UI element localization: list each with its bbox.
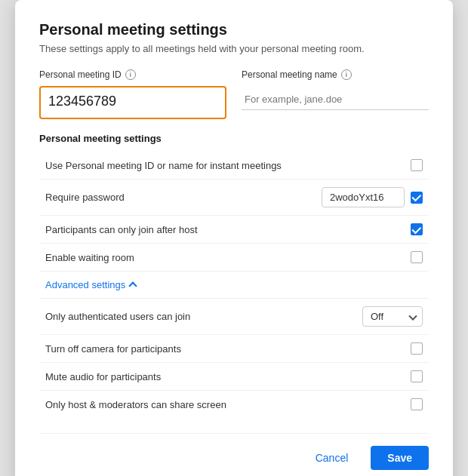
authenticated-users-select[interactable]: Off On (362, 306, 423, 327)
setting-require-password-label: Require password (45, 192, 125, 203)
turn-off-camera-checkbox[interactable] (411, 342, 423, 355)
dialog-title: Personal meeting settings (39, 21, 429, 38)
setting-use-personal-id-label: Use Personal meeting ID or name for inst… (45, 160, 282, 171)
dialog-footer: Cancel Save (39, 433, 429, 470)
setting-share-screen-label: Only host & moderators can share screen (45, 399, 226, 410)
setting-turn-off-camera-label: Turn off camera for participants (45, 343, 181, 355)
waiting-room-checkbox[interactable] (411, 251, 423, 263)
dialog-subtitle: These settings apply to all meetings hel… (39, 43, 429, 54)
share-screen-checkbox[interactable] (411, 398, 423, 410)
require-password-checkbox[interactable] (411, 192, 423, 204)
advanced-settings-arrow-icon (129, 281, 137, 290)
setting-use-personal-id: Use Personal meeting ID or name for inst… (39, 152, 429, 180)
setting-turn-off-camera: Turn off camera for participants (39, 335, 429, 363)
id-value: 123456789 (48, 94, 217, 109)
setting-join-after-host-right (411, 223, 423, 235)
setting-join-after-host: Participants can only join after host (39, 216, 429, 244)
setting-mute-audio-label: Mute audio for participants (45, 371, 161, 382)
name-field-label: Personal meeting name i (242, 69, 429, 80)
setting-authenticated-users-label: Only authenticated users can join (45, 311, 190, 322)
id-info-icon[interactable]: i (125, 69, 136, 80)
mute-audio-checkbox[interactable] (411, 370, 423, 382)
setting-authenticated-users-right: Off On (362, 306, 423, 327)
setting-authenticated-users: Only authenticated users can join Off On (39, 299, 429, 335)
cancel-button[interactable]: Cancel (302, 446, 362, 470)
setting-use-personal-id-right (411, 159, 423, 171)
setting-require-password-right (322, 187, 423, 207)
advanced-settings-toggle[interactable]: Advanced settings (39, 272, 429, 299)
id-field-group: Personal meeting ID i 123456789 (39, 69, 226, 119)
authenticated-select-wrapper: Off On (362, 306, 423, 327)
use-personal-id-checkbox[interactable] (411, 159, 423, 171)
join-after-host-checkbox[interactable] (411, 223, 423, 235)
settings-list: Use Personal meeting ID or name for inst… (39, 152, 429, 418)
advanced-settings-label: Advanced settings (45, 279, 125, 290)
setting-mute-audio-right (411, 370, 423, 382)
setting-waiting-room-label: Enable waiting room (45, 252, 134, 263)
personal-meeting-settings-dialog: Personal meeting settings These settings… (15, 0, 453, 476)
name-input[interactable] (242, 89, 429, 110)
id-name-row: Personal meeting ID i 123456789 Personal… (39, 69, 429, 119)
setting-turn-off-camera-right (411, 342, 423, 355)
name-field-group: Personal meeting name i (242, 69, 429, 119)
setting-waiting-room-right (411, 251, 423, 263)
setting-share-screen: Only host & moderators can share screen (39, 391, 429, 418)
setting-waiting-room: Enable waiting room (39, 244, 429, 272)
id-box: 123456789 (39, 86, 226, 119)
id-field-label: Personal meeting ID i (39, 69, 226, 80)
password-input[interactable] (322, 187, 405, 207)
name-info-icon[interactable]: i (341, 69, 352, 80)
setting-join-after-host-label: Participants can only join after host (45, 224, 198, 235)
setting-require-password: Require password (39, 180, 429, 216)
setting-mute-audio: Mute audio for participants (39, 363, 429, 391)
save-button[interactable]: Save (371, 446, 429, 470)
settings-section-label: Personal meeting settings (39, 133, 429, 144)
setting-share-screen-right (411, 398, 423, 410)
